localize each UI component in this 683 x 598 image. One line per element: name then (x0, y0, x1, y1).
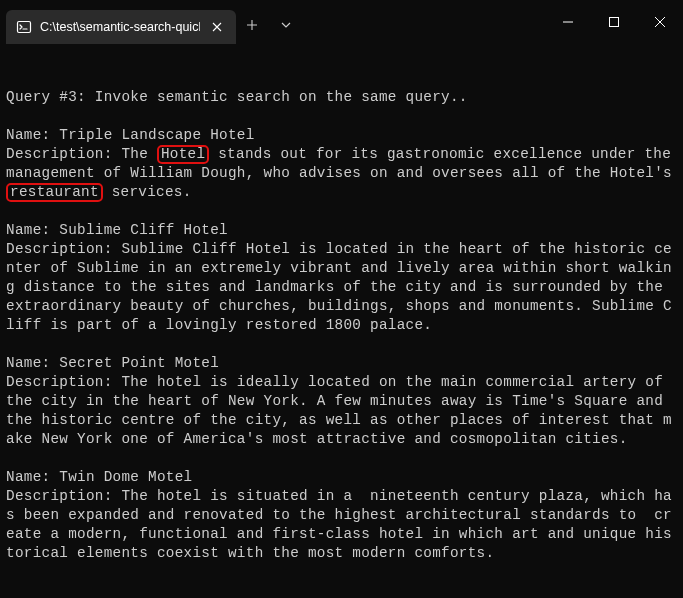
tab-active[interactable]: C:\test\semantic-search-quick (6, 10, 236, 44)
tab-actions (236, 0, 302, 44)
output-text: services. Name: Sublime Cliff Hotel Desc… (6, 184, 672, 561)
terminal-icon (16, 19, 32, 35)
close-window-button[interactable] (637, 0, 683, 44)
new-tab-button[interactable] (236, 9, 268, 41)
highlight-restaurant: restaurant (6, 183, 103, 202)
svg-rect-0 (18, 22, 31, 33)
title-bar: C:\test\semantic-search-quick (0, 0, 683, 44)
highlight-hotel: Hotel (157, 145, 209, 164)
minimize-button[interactable] (545, 0, 591, 44)
maximize-button[interactable] (591, 0, 637, 44)
svg-rect-1 (610, 18, 619, 27)
window-controls (545, 0, 683, 44)
terminal-output: Query #3: Invoke semantic search on the … (0, 44, 683, 563)
tab-title: C:\test\semantic-search-quick (40, 20, 200, 34)
tab-dropdown-button[interactable] (270, 9, 302, 41)
tab-close-button[interactable] (208, 18, 226, 36)
tab-strip: C:\test\semantic-search-quick (0, 0, 236, 44)
